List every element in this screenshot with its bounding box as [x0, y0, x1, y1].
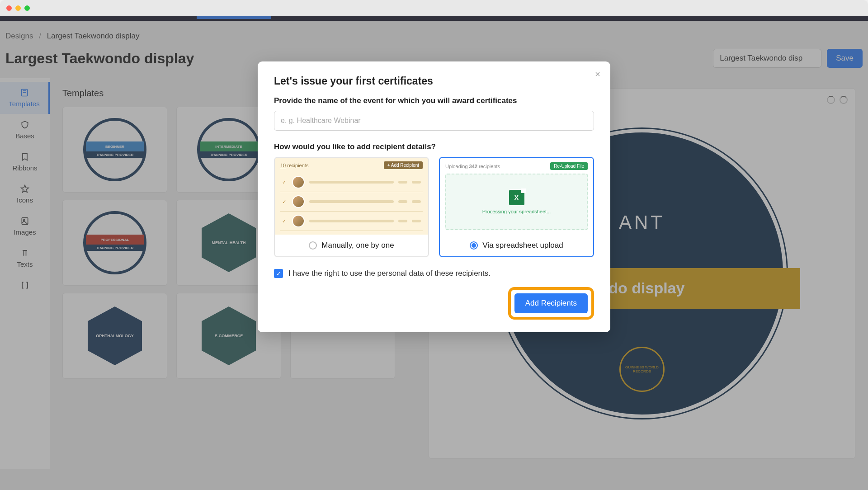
method-label: How would you like to add recipient deta… [274, 142, 594, 151]
consent-row: ✓ I have the right to use the personal d… [274, 269, 594, 278]
recipient-method-options: 10 recipients + Add Recipient ✓ ✓ ✓ Manu… [274, 157, 594, 257]
consent-text: I have the right to use the personal dat… [288, 269, 491, 278]
highlight-ring: Add Recipients [508, 287, 594, 320]
add-recipient-pill: + Add Recipient [384, 161, 423, 169]
option-manual[interactable]: 10 recipients + Add Recipient ✓ ✓ ✓ Manu… [274, 157, 429, 257]
close-modal-button[interactable] [594, 70, 601, 80]
option-spreadsheet[interactable]: Uploading 342 recipients Re-Upload File … [439, 157, 594, 257]
avatar-icon [292, 195, 305, 208]
radio-spreadsheet[interactable] [470, 241, 478, 250]
event-name-label: Provide the name of the event for which … [274, 96, 594, 105]
modal-overlay: Let's issue your first certificates Prov… [0, 16, 868, 490]
event-name-input[interactable] [274, 111, 594, 131]
window-titlebar [0, 0, 868, 16]
consent-checkbox[interactable]: ✓ [274, 269, 283, 278]
issue-certificates-modal: Let's issue your first certificates Prov… [258, 61, 610, 332]
manual-preview: 10 recipients + Add Recipient ✓ ✓ ✓ [275, 158, 428, 235]
modal-title: Let's issue your first certificates [274, 75, 594, 87]
maximize-window-dot[interactable] [24, 5, 30, 11]
add-recipients-button[interactable]: Add Recipients [514, 293, 588, 313]
radio-manual-label: Manually, one by one [321, 241, 394, 250]
radio-manual[interactable] [309, 241, 317, 250]
radio-spreadsheet-label: Via spreadsheet upload [482, 241, 563, 250]
spreadsheet-preview: Uploading 342 recipients Re-Upload File … [440, 158, 593, 235]
close-icon [594, 71, 601, 78]
avatar-icon [292, 176, 305, 188]
minimize-window-dot[interactable] [15, 5, 21, 11]
dropzone: X Processing your spreadsheet... [445, 174, 588, 230]
close-window-dot[interactable] [6, 5, 12, 11]
excel-icon: X [509, 190, 524, 205]
avatar-icon [292, 215, 305, 227]
reupload-pill: Re-Upload File [550, 162, 588, 170]
modal-footer: Add Recipients [274, 287, 594, 320]
